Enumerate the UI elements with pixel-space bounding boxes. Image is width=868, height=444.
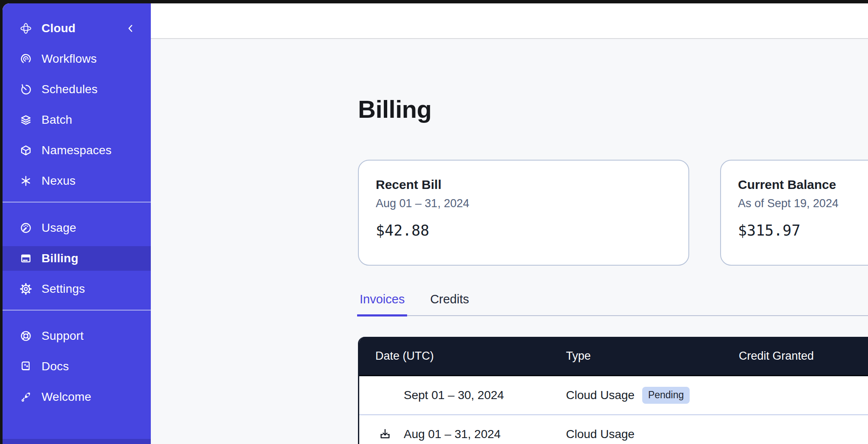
app-window: Cloud WorkflowsSchedulesBatchNamespacesN… [3,3,868,444]
sidebar-item-label: Support [42,329,83,343]
sidebar-item-label: Welcome [42,390,92,404]
tab-credits[interactable]: Credits [428,288,471,315]
recent-bill-card: Recent Bill Aug 01 – 31, 2024 $42.88 [358,160,689,266]
sidebar-item-cloud[interactable]: Cloud [3,16,151,41]
invoice-type-cell: Cloud Usage [566,415,635,444]
docs-icon [19,360,32,373]
sidebar-item-label: Cloud [42,22,75,35]
invoice-row: Sept 01 – 30, 2024Cloud UsagePending [359,376,868,415]
billing-icon [19,252,32,265]
sidebar-item-label: Nexus [42,174,75,188]
workflows-icon [19,53,32,65]
settings-icon [19,283,32,295]
sidebar-item-welcome[interactable]: Welcome [3,385,151,409]
sidebar-bottom-strip [3,439,151,444]
card-amount: $42.88 [376,222,671,239]
sidebar-item-label: Namespaces [42,144,111,157]
tab-invoices[interactable]: Invoices [358,288,406,315]
sidebar-item-settings[interactable]: Settings [3,277,151,301]
billing-tabs: InvoicesCredits [358,288,868,316]
invoice-date: Aug 01 – 31, 2024 [404,415,501,444]
support-icon [19,330,32,342]
main-content: Billing Recent Bill Aug 01 – 31, 2024 $4… [151,3,868,444]
download-invoice-icon[interactable] [378,427,392,441]
welcome-icon [19,391,32,403]
sidebar-nav: Cloud WorkflowsSchedulesBatchNamespacesN… [3,3,151,409]
sidebar-item-workflows[interactable]: Workflows [3,47,151,71]
card-subtitle: As of Sept 19, 2024 [738,197,868,210]
chevron-left-icon[interactable] [125,22,136,34]
sidebar-divider [3,310,151,311]
billing-page: Billing Recent Bill Aug 01 – 31, 2024 $4… [151,39,868,444]
schedules-icon [19,83,32,96]
sidebar-item-label: Billing [42,252,78,265]
sidebar-item-usage[interactable]: Usage [3,216,151,240]
batch-icon [19,114,32,126]
card-subtitle: Aug 01 – 31, 2024 [376,197,671,210]
usage-icon [19,222,32,234]
sidebar-item-label: Usage [42,221,76,235]
sidebar-item-schedules[interactable]: Schedules [3,77,151,102]
current-balance-card: Current Balance As of Sept 19, 2024 $315… [720,160,868,266]
card-title: Current Balance [738,178,868,192]
table-body: Sept 01 – 30, 2024Cloud UsagePendingAug … [359,376,868,444]
table-header: Date (UTC) Type Credit Granted [359,337,868,376]
invoice-type: Cloud Usage [566,388,635,402]
sidebar-item-label: Batch [42,113,72,127]
sidebar-item-nexus[interactable]: Nexus [3,169,151,193]
card-title: Recent Bill [376,178,671,192]
column-header-date: Date (UTC) [375,337,434,375]
sidebar-item-batch[interactable]: Batch [3,108,151,132]
sidebar-item-label: Workflows [42,52,97,66]
invoice-type-cell: Cloud UsagePending [566,376,690,414]
column-header-type: Type [566,337,591,375]
sidebar-divider [3,202,151,203]
sidebar: Cloud WorkflowsSchedulesBatchNamespacesN… [3,3,151,444]
page-title: Billing [358,95,432,123]
sidebar-item-label: Schedules [42,83,98,96]
sidebar-item-label: Docs [42,360,69,373]
status-badge: Pending [642,387,690,404]
sidebar-item-namespaces[interactable]: Namespaces [3,138,151,163]
temporal-logo-icon [19,22,32,35]
sidebar-item-label: Settings [42,282,85,296]
card-amount: $315.97 [738,222,868,239]
sidebar-item-support[interactable]: Support [3,324,151,348]
column-header-credit-granted: Credit Granted [739,337,814,375]
screenshot-stage: Cloud WorkflowsSchedulesBatchNamespacesN… [0,0,868,444]
nexus-icon [19,175,32,187]
sidebar-item-docs[interactable]: Docs [3,354,151,379]
top-bar [151,3,868,39]
invoice-row: Aug 01 – 31, 2024Cloud Usage [359,415,868,444]
invoices-table: Date (UTC) Type Credit Granted Sept 01 –… [358,337,868,444]
invoice-date: Sept 01 – 30, 2024 [404,376,504,414]
namespaces-icon [19,144,32,157]
sidebar-item-billing[interactable]: Billing [3,246,151,271]
invoice-type: Cloud Usage [566,427,635,441]
